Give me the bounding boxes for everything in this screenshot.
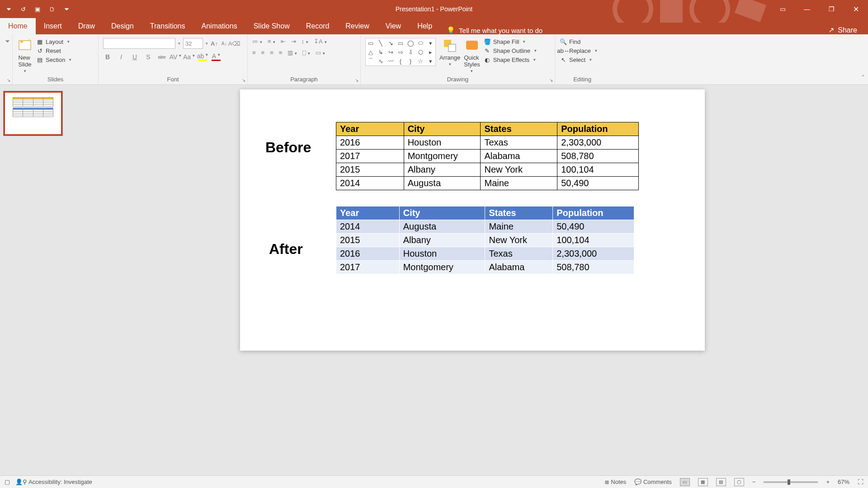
zoom-in-button[interactable]: +	[826, 479, 830, 485]
start-slideshow-icon[interactable]: ▣	[33, 5, 42, 13]
lightbulb-icon: 💡	[447, 26, 455, 34]
arrange-button[interactable]: Arrange▾	[439, 38, 460, 66]
spellcheck-icon[interactable]: ▢	[5, 479, 10, 485]
status-bar: ▢ 👤⚲ Accessibility: Investigate ≣ Notes …	[0, 475, 868, 488]
clipboard-dropdown-icon[interactable]: ⏷	[5, 38, 10, 45]
share-label: Share	[838, 26, 857, 34]
find-button[interactable]: 🔍Find	[560, 38, 580, 45]
svg-rect-3	[735, 0, 766, 22]
before-table[interactable]: Year City States Population 2016HoustonT…	[336, 122, 639, 190]
slide-canvas[interactable]: Before After Year City States Population…	[240, 89, 705, 351]
bucket-icon: 🪣	[484, 38, 491, 45]
highlight-button[interactable]: ab	[198, 52, 207, 61]
drawing-launcher-icon[interactable]: ↘	[549, 78, 553, 83]
minimize-button[interactable]: —	[795, 0, 819, 18]
reading-view-button[interactable]: ▤	[716, 478, 726, 486]
clipboard-launcher-icon[interactable]: ↘	[7, 78, 10, 83]
shadow-button[interactable]: S	[144, 53, 153, 61]
accessibility-button[interactable]: 👤⚲ Accessibility: Investigate	[15, 479, 92, 485]
collapse-ribbon-button[interactable]: ˄	[862, 75, 864, 81]
numbering-button[interactable]: ≡	[268, 38, 275, 45]
justify-button[interactable]: ≡	[279, 49, 283, 56]
maximize-button[interactable]: ❐	[819, 0, 844, 18]
ribbon-display-button[interactable]: ▭	[770, 0, 795, 18]
shape-fill-button[interactable]: 🪣Shape Fill	[484, 38, 526, 45]
tab-transitions[interactable]: Transitions	[142, 18, 193, 34]
tab-design[interactable]: Design	[103, 18, 142, 34]
slide-canvas-area[interactable]: Before After Year City States Population…	[77, 85, 868, 475]
layout-button[interactable]: ▦Layout	[36, 38, 70, 45]
qat-dropdown-icon[interactable]: ⏷	[5, 5, 13, 13]
tab-home[interactable]: Home	[0, 18, 36, 34]
tab-animations[interactable]: Animations	[193, 18, 245, 34]
close-button[interactable]: ✕	[844, 0, 868, 18]
slideshow-view-button[interactable]: ▢	[734, 478, 744, 486]
font-launcher-icon[interactable]: ↘	[242, 78, 245, 83]
replace-icon: ab↔	[560, 47, 567, 54]
shape-effects-button[interactable]: ◐Shape Effects	[484, 56, 536, 63]
zoom-level[interactable]: 67%	[838, 479, 849, 485]
section-button[interactable]: ▤Section	[36, 56, 71, 63]
zoom-out-button[interactable]: −	[752, 479, 756, 485]
align-left-button[interactable]: ≡	[252, 49, 256, 56]
new-slide-button[interactable]: New Slide ▾	[17, 38, 33, 73]
tab-record[interactable]: Record	[298, 18, 338, 34]
reset-button[interactable]: ↺Reset	[36, 47, 61, 54]
grow-font-button[interactable]: A↑	[211, 40, 218, 47]
columns-button[interactable]: ▥	[288, 49, 297, 56]
line-spacing-button[interactable]: ↕	[302, 38, 309, 45]
align-right-button[interactable]: ≡	[270, 49, 274, 56]
bold-button[interactable]: B	[103, 53, 112, 61]
align-text-button[interactable]: ⎕	[302, 49, 310, 56]
slide-thumbnail-pane[interactable]	[0, 85, 77, 475]
group-drawing: ▭╲↘▭◯⬭▾ △↳↪⇨⇩⬡▸ ⌒∿〰{}☆▾ Arrange▾ Quick S…	[361, 34, 555, 84]
underline-button[interactable]: U	[130, 53, 139, 61]
after-table[interactable]: Year City States Population 2014AugustaM…	[336, 206, 634, 274]
col-header: Year	[336, 122, 404, 136]
select-button[interactable]: ↖Select	[560, 56, 592, 63]
bullets-button[interactable]: ≔	[252, 38, 262, 45]
undo-button[interactable]: ↺	[19, 5, 27, 13]
change-case-button[interactable]: Aa	[184, 53, 193, 61]
qat-custom-icon[interactable]: ⏷	[62, 5, 71, 13]
ribbon: ⏷ ↘ New Slide ▾ ▦Layout ↺Reset ▤Section …	[0, 34, 868, 85]
fit-to-window-button[interactable]: ⛶	[858, 479, 863, 485]
italic-button[interactable]: I	[117, 53, 126, 61]
replace-button[interactable]: ab↔Replace	[560, 47, 597, 54]
shape-outline-button[interactable]: ✎Shape Outline	[484, 47, 537, 54]
align-center-button[interactable]: ≡	[261, 49, 265, 56]
title-bar: ⏷ ↺ ▣ 🗋 ⏷ Presentation1 - PowerPoint ▭ —…	[0, 0, 868, 18]
shapes-gallery[interactable]: ▭╲↘▭◯⬭▾ △↳↪⇨⇩⬡▸ ⌒∿〰{}☆▾	[365, 38, 436, 66]
notes-button[interactable]: ≣ Notes	[604, 479, 627, 485]
font-name-input[interactable]	[103, 38, 175, 49]
paragraph-launcher-icon[interactable]: ↘	[355, 78, 359, 83]
clear-format-button[interactable]: A⌫	[231, 40, 238, 47]
tab-draw[interactable]: Draw	[70, 18, 103, 34]
char-spacing-button[interactable]: AV	[171, 53, 180, 61]
decrease-indent-button[interactable]: ⇤	[281, 38, 286, 45]
comments-button[interactable]: 💬 Comments	[634, 479, 671, 485]
text-direction-button[interactable]: ↧A	[314, 38, 327, 45]
smartart-button[interactable]: ▭	[316, 49, 325, 56]
tell-me-search[interactable]: 💡 Tell me what you want to do	[447, 26, 542, 34]
shrink-font-button[interactable]: A↓	[221, 40, 228, 47]
strike-button[interactable]: abc	[157, 54, 166, 60]
zoom-slider[interactable]	[764, 481, 818, 483]
tab-insert[interactable]: Insert	[36, 18, 70, 34]
tab-help[interactable]: Help	[409, 18, 440, 34]
tell-me-label: Tell me what you want to do	[459, 27, 542, 34]
share-button[interactable]: ↗ Share	[828, 26, 868, 34]
table-row: 2017MontgomeryAlabama508,780	[336, 150, 639, 163]
new-file-icon[interactable]: 🗋	[48, 5, 56, 13]
normal-view-button[interactable]: ▭	[680, 478, 690, 486]
sorter-view-button[interactable]: ▦	[698, 478, 708, 486]
slide-thumbnail-1[interactable]	[4, 91, 62, 136]
increase-indent-button[interactable]: ⇥	[291, 38, 296, 45]
svg-point-2	[692, 0, 728, 23]
font-color-button[interactable]: A	[212, 52, 221, 61]
tab-view[interactable]: View	[377, 18, 409, 34]
tab-slideshow[interactable]: Slide Show	[245, 18, 298, 34]
quick-styles-button[interactable]: Quick Styles▾	[464, 38, 480, 73]
tab-review[interactable]: Review	[337, 18, 377, 34]
font-size-input[interactable]: 32	[183, 38, 203, 49]
